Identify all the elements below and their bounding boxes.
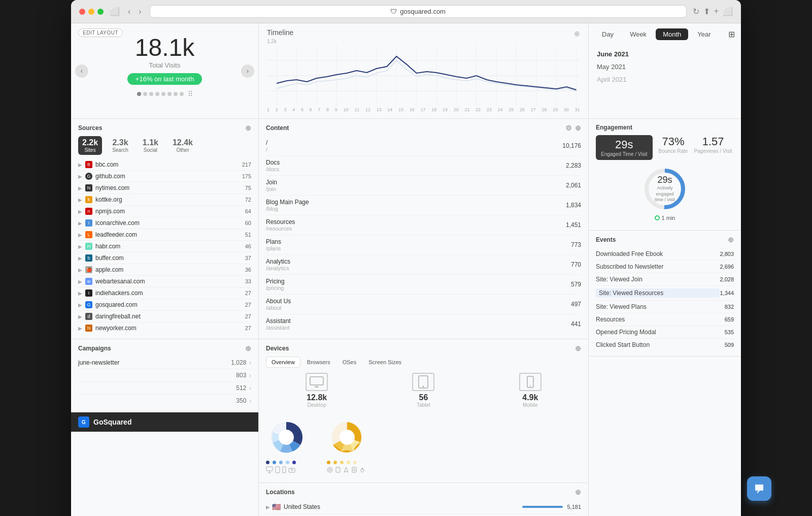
tab-sites[interactable]: 2.2k Sites bbox=[78, 136, 102, 155]
event-count: 2,028 bbox=[720, 276, 734, 282]
edit-layout-button[interactable]: EDIT LAYOUT bbox=[78, 28, 123, 37]
tab-screen-sizes[interactable]: Screen Sizes bbox=[363, 357, 407, 368]
calendar-icon[interactable]: ⊞ bbox=[728, 29, 735, 39]
svg-point-43 bbox=[353, 469, 355, 471]
source-count: 60 bbox=[245, 220, 251, 226]
tab-month[interactable]: Month bbox=[656, 28, 688, 40]
address-bar[interactable]: 🛡 gosquared.com bbox=[150, 5, 687, 18]
event-name: Clicked Start Button bbox=[596, 341, 725, 348]
dot-3[interactable] bbox=[149, 92, 153, 96]
expand-icon[interactable]: ▶ bbox=[78, 174, 82, 179]
dot-8[interactable] bbox=[180, 92, 184, 96]
favicon-apple: 🍎 bbox=[85, 266, 92, 273]
devices-close-icon[interactable]: ⊕ bbox=[575, 344, 581, 352]
source-count: 27 bbox=[245, 313, 251, 319]
tabs-icon[interactable]: ⬜ bbox=[723, 7, 733, 16]
list-item: ▶Ggithub.com175 bbox=[78, 171, 251, 182]
timeline-title: Timeline bbox=[267, 28, 293, 37]
tab-year[interactable]: Year bbox=[690, 28, 718, 40]
content-title: Content ⚙ ⊕ bbox=[266, 124, 581, 132]
dot-4[interactable] bbox=[155, 92, 159, 96]
content-close-icon[interactable]: ⊕ bbox=[575, 124, 581, 132]
fullscreen-button[interactable] bbox=[97, 9, 104, 15]
expand-icon[interactable]: ▶ bbox=[78, 314, 82, 319]
list-item: Analytics/analytics770 bbox=[266, 255, 581, 275]
tab-browsers[interactable]: Browsers bbox=[301, 357, 336, 368]
prev-arrow[interactable]: ‹ bbox=[75, 64, 88, 78]
source-name: npmjs.com bbox=[95, 208, 245, 215]
mobile-pie-svg bbox=[327, 417, 367, 458]
month-june[interactable]: June 2021 bbox=[595, 49, 735, 59]
expand-icon[interactable]: ▶ bbox=[78, 326, 82, 331]
expand-icon[interactable]: ▶ bbox=[78, 185, 82, 191]
expand-icon[interactable]: ▶ bbox=[78, 220, 82, 226]
event-name: Resources bbox=[596, 316, 725, 323]
minimize-button[interactable] bbox=[88, 9, 94, 15]
events-close-icon[interactable]: ⊕ bbox=[728, 236, 734, 244]
engagement-title: Engagement bbox=[596, 124, 734, 131]
expand-icon[interactable]: ▶ bbox=[266, 504, 270, 510]
next-arrow[interactable]: › bbox=[241, 64, 254, 78]
svg-rect-28 bbox=[266, 467, 273, 471]
content-info: Blog Main Page/blog bbox=[266, 199, 566, 212]
timeline-close-icon[interactable]: ⊕ bbox=[574, 29, 580, 38]
close-button[interactable] bbox=[79, 9, 85, 15]
list-item: Assistant/assistant441 bbox=[266, 314, 581, 334]
center-column: Content ⚙ ⊕ //10,176 Docs/docs2,283 Join… bbox=[259, 119, 589, 516]
dot-5[interactable] bbox=[161, 92, 165, 96]
source-name: indiehackers.com bbox=[95, 289, 245, 297]
svg-point-23 bbox=[423, 386, 424, 388]
back-button[interactable]: ‹ bbox=[126, 6, 132, 17]
dot-7[interactable] bbox=[174, 92, 178, 96]
locations-close-icon[interactable]: ⊕ bbox=[575, 488, 581, 496]
tab-overview[interactable]: Overview bbox=[266, 357, 300, 368]
expand-icon[interactable]: ▶ bbox=[78, 255, 82, 261]
gosquared-icon: G bbox=[78, 416, 89, 428]
reload-icon[interactable]: ↻ bbox=[693, 7, 699, 16]
source-count: 27 bbox=[245, 302, 251, 308]
expand-icon[interactable]: ▶ bbox=[78, 232, 82, 238]
campaigns-close-icon[interactable]: ⊕ bbox=[245, 344, 251, 352]
engaged-time-value: 29s bbox=[615, 138, 633, 151]
tab-search[interactable]: 2.3k Search bbox=[108, 136, 132, 155]
content-count: 773 bbox=[571, 241, 581, 248]
content-count: 441 bbox=[571, 320, 581, 328]
expand-icon[interactable]: ▶ bbox=[78, 302, 82, 308]
tab-oses[interactable]: OSes bbox=[337, 357, 362, 368]
gear-icon[interactable]: ⚙ bbox=[565, 124, 572, 132]
expand-icon[interactable]: ▶ bbox=[78, 197, 82, 203]
expand-icon[interactable]: ▶ bbox=[78, 279, 82, 284]
nav-arrows: ‹ › bbox=[71, 64, 258, 78]
dot-1[interactable] bbox=[137, 92, 141, 96]
tab-social[interactable]: 1.1k Social bbox=[139, 136, 162, 155]
pagination-dots: ⠿ bbox=[137, 90, 193, 98]
month-may[interactable]: May 2021 bbox=[595, 62, 735, 72]
expand-icon[interactable]: ▶ bbox=[78, 162, 82, 168]
new-tab-icon[interactable]: + bbox=[714, 7, 719, 16]
source-name: leadfeeder.com bbox=[95, 231, 245, 238]
dot-2[interactable] bbox=[143, 92, 147, 96]
chat-bubble-button[interactable] bbox=[747, 476, 771, 501]
tab-day[interactable]: Day bbox=[595, 28, 621, 40]
events-panel: Events ⊕ Downloaded Free Ebook2,803 Subs… bbox=[589, 231, 741, 357]
sources-close-icon[interactable]: ⊕ bbox=[245, 124, 251, 132]
dot-6[interactable] bbox=[167, 92, 172, 96]
donut-value: 29s bbox=[654, 175, 676, 185]
expand-icon[interactable]: ▶ bbox=[78, 291, 82, 296]
expand-icon[interactable]: ▶ bbox=[78, 209, 82, 214]
loc-name: United States bbox=[284, 503, 522, 510]
expand-icon[interactable]: ▶ bbox=[78, 267, 82, 273]
tab-other[interactable]: 12.4k Other bbox=[168, 136, 197, 155]
sidebar-toggle-icon[interactable]: ⬜ bbox=[110, 7, 120, 16]
share-icon[interactable]: ⬆ bbox=[703, 7, 710, 16]
list-item: Site: Viewed Plans832 bbox=[596, 301, 734, 313]
gosquared-badge[interactable]: G GoSquared bbox=[71, 412, 258, 432]
expand-icon[interactable]: ▶ bbox=[78, 244, 82, 249]
month-list: June 2021 May 2021 April 2021 bbox=[595, 47, 735, 86]
event-count: 659 bbox=[725, 316, 734, 322]
tab-week[interactable]: Week bbox=[623, 28, 654, 40]
dot-grid: ⠿ bbox=[188, 90, 193, 98]
month-april[interactable]: April 2021 bbox=[595, 75, 735, 84]
forward-button[interactable]: › bbox=[137, 6, 143, 17]
donut-text: 29s Actively engagedtime / visit bbox=[654, 175, 676, 203]
